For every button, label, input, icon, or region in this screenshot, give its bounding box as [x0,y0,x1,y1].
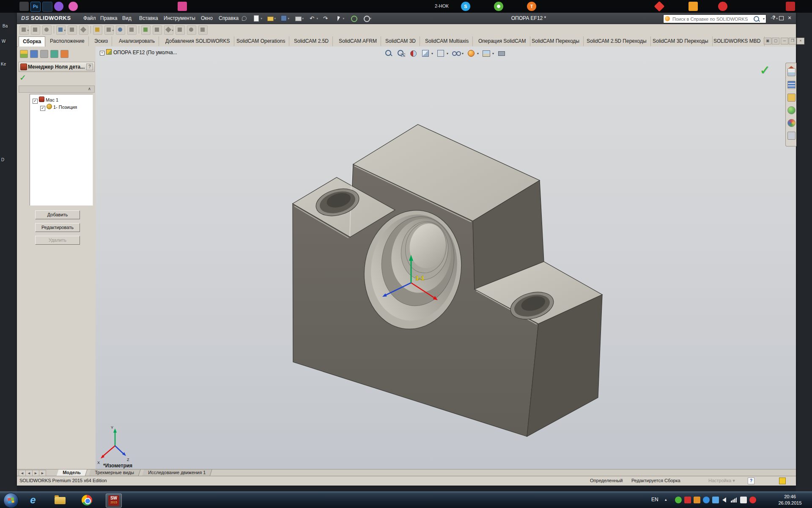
featuremanager-tree-tab-icon[interactable] [20,50,28,58]
redo-button[interactable]: ↷ [322,15,331,22]
toolbar-icon-13[interactable]: ▾ [164,25,173,35]
tab-assembly[interactable]: Сборка [19,36,45,47]
tab-solidcam-operations[interactable]: SolidCAM Operations [233,36,289,46]
show-hidden-icons-button[interactable]: ▴ [665,497,667,502]
tray-icon-2[interactable] [684,497,691,503]
background-app-icon-5[interactable] [178,2,187,11]
toolbar-icon-15[interactable] [187,25,196,35]
background-app-icon-1[interactable] [19,2,29,11]
chrome-icon[interactable] [80,494,95,507]
tray-icon-3[interactable] [694,497,700,503]
checkbox-mac1[interactable]: ✓ [33,99,38,104]
tab-scroll-right-button[interactable]: ▶ [32,470,39,476]
delete-button[interactable]: Удалить [35,236,80,245]
toolbar-icon-12[interactable] [153,25,162,35]
tab-3d-views[interactable]: Трехмерные виды [88,469,140,476]
window-restore-button[interactable] [777,15,785,22]
open-document-button[interactable]: ▾ [266,15,275,22]
toolbar-icon-5[interactable] [68,25,77,35]
undo-button[interactable]: ↶▾ [309,15,317,22]
graphics-viewport[interactable]: +ОПОРА EF12 (По умолча... ▾ ▾ ▾ ▾ ▾ ✓ [96,47,796,469]
ok-button[interactable]: ✓ [19,73,26,83]
configurationmanager-tab-icon[interactable] [40,50,48,58]
menu-view[interactable]: Вид [119,14,134,22]
background-app-icon-4[interactable] [69,2,78,11]
window-close-button[interactable]: × [786,15,793,22]
toolbar-icon-7[interactable] [93,25,102,35]
panel-toggle-icon-1[interactable]: ▣ [764,38,771,44]
menu-edit[interactable]: Правка [97,14,121,22]
options-button[interactable]: ▾ [362,15,370,22]
menu-tools[interactable]: Инструменты [161,14,198,22]
tray-icon-4[interactable] [703,497,710,503]
background-app-icon-6[interactable]: T [527,2,536,11]
dimxpertmanager-tab-icon[interactable] [50,50,58,58]
background-app-icon-7[interactable] [654,1,665,12]
toolbar-icon-3[interactable] [42,25,52,35]
volume-icon[interactable] [722,497,726,502]
tab-solidcam-3d[interactable]: SolidCAM 3D [381,36,420,46]
window-minimize-button[interactable]: ─ [769,15,776,22]
background-app-icon-2[interactable] [42,2,52,12]
icq-icon[interactable] [494,2,503,11]
toolbar-icon-10[interactable] [127,25,137,35]
tab-solidcam-multiaxis[interactable]: SolidCAM Multiaxis [421,36,473,46]
menu-window[interactable]: Окно [198,14,216,22]
tab-sketch[interactable]: Эскиз [91,36,112,46]
search-input[interactable] [672,15,749,22]
background-app-icon-8[interactable] [689,2,698,11]
tray-icon-1[interactable] [675,497,682,503]
displaymanager-tab-icon[interactable] [60,50,69,58]
doc-minimize-button[interactable]: ─ [781,38,788,44]
tab-solidworks-mbd[interactable]: SOLIDWORKS MBD [710,36,765,46]
model-3d-view[interactable]: 1-1 Y X Z [96,47,796,469]
toolbar-icon-8[interactable]: ▾ [104,25,114,35]
new-document-button[interactable]: ▾ [253,15,261,22]
propertymanager-tab-icon[interactable] [30,50,38,58]
toolbar-icon-4[interactable]: ▾ [56,25,66,35]
add-button[interactable]: Добавить [35,210,80,219]
tab-model[interactable]: Модель [56,469,87,476]
tab-layout[interactable]: Расположение [46,36,89,46]
toolbar-icon-14[interactable] [176,25,185,35]
language-indicator[interactable]: EN [651,497,658,502]
propertymanager-help-button[interactable]: ? [86,64,93,70]
tab-scroll-last-button[interactable]: ▶ [39,470,46,476]
toolbar-icon-2[interactable] [31,25,40,35]
file-explorer-taskbar-icon[interactable] [52,494,68,507]
toolbar-icon-16[interactable] [198,25,208,35]
background-app-icon-3[interactable] [54,2,63,11]
search-icon[interactable] [754,16,759,22]
internet-explorer-icon[interactable]: e [25,494,41,507]
tab-solidcam-3d-transitions[interactable]: SolidCAM 3D Переходы [649,36,713,46]
customize-menu[interactable]: Настройка ▾ [708,478,735,483]
tab-solidcam-afrm[interactable]: SolidCAM AFRM [335,36,381,46]
doc-restore-button[interactable]: ❐ [789,38,796,44]
save-button[interactable]: ▾ [280,15,288,22]
menu-file[interactable]: Файл [80,14,99,22]
skype-icon[interactable]: S [461,2,470,11]
photoshop-icon[interactable]: Ps [30,2,41,12]
checkbox-position[interactable]: ✓ [40,106,45,111]
bluetooth-icon[interactable] [712,497,719,503]
menu-pin-icon[interactable] [242,16,247,21]
menu-help[interactable]: Справка [216,14,241,22]
toolbar-icon-11[interactable] [141,25,151,35]
action-center-icon[interactable] [740,497,747,503]
edit-button[interactable]: Редактировать [35,223,80,232]
background-app-icon-10[interactable] [786,2,795,11]
tree-row-position[interactable]: ✓1- Позиция [40,104,77,110]
tab-solidcam-25d[interactable]: SolidCAM 2.5D [290,36,333,46]
network-icon[interactable] [731,497,737,502]
tray-icon-5[interactable] [749,497,756,503]
tab-solidcam-operation[interactable]: Операция SolidCAM [475,36,530,46]
tag-icon[interactable] [779,478,786,484]
select-tool-button[interactable]: ▾ [335,15,343,22]
tab-solidworks-addins[interactable]: Добавления SOLIDWORKS [162,36,234,46]
group-collapse-bar[interactable]: ∧ [19,86,95,93]
toolbar-icon-6[interactable] [79,25,88,35]
help-search-box[interactable]: ▾ [663,14,766,23]
doc-close-button[interactable]: × [797,38,804,44]
tree-row-mac1[interactable]: ✓Мас 1 [33,97,58,102]
toolbar-icon-9[interactable] [116,25,125,35]
